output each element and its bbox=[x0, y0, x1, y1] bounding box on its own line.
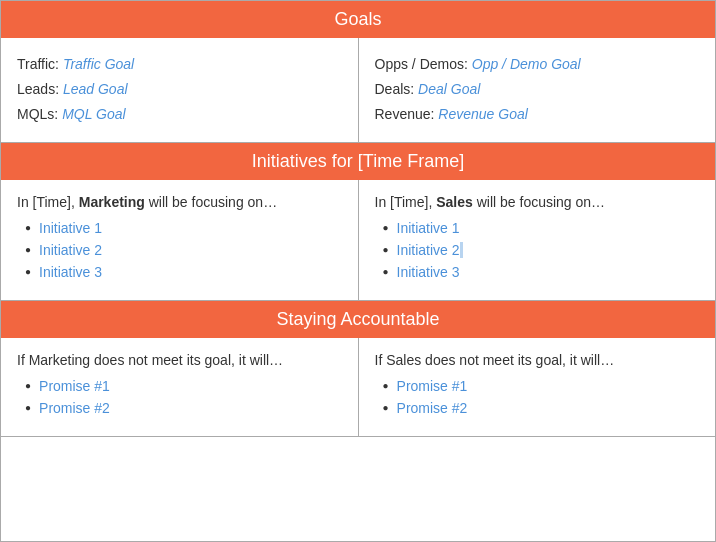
deals-value: Deal Goal bbox=[418, 81, 480, 97]
traffic-label: Traffic: bbox=[17, 56, 63, 72]
accountable-row: If Marketing does not meet its goal, it … bbox=[1, 338, 715, 436]
traffic-value: Traffic Goal bbox=[63, 56, 134, 72]
promise-left-list: Promise #1 Promise #2 bbox=[17, 378, 342, 416]
accountable-left-col: If Marketing does not meet its goal, it … bbox=[1, 338, 359, 436]
promise-right-list: Promise #1 Promise #2 bbox=[375, 378, 700, 416]
goal-item-deals: Deals: Deal Goal bbox=[375, 77, 700, 102]
list-item: Initiative 2 bbox=[383, 242, 700, 258]
accountable-header: Staying Accountable bbox=[1, 301, 715, 338]
accountable-right-intro: If Sales does not meet its goal, it will… bbox=[375, 352, 700, 368]
accountable-right-col: If Sales does not meet its goal, it will… bbox=[359, 338, 716, 436]
goal-item-traffic: Traffic: Traffic Goal bbox=[17, 52, 342, 77]
cursor-selection bbox=[460, 242, 464, 258]
marketing-acct-highlight: Marketing bbox=[29, 352, 90, 368]
goals-left-content: Traffic: Traffic Goal Leads: Lead Goal M… bbox=[17, 52, 342, 128]
initiatives-left-col: In [Time], Marketing will be focusing on… bbox=[1, 180, 359, 300]
leads-label: Leads: bbox=[17, 81, 63, 97]
revenue-label: Revenue: bbox=[375, 106, 439, 122]
sales-initiative-item-2: Initiative 2 bbox=[397, 242, 460, 258]
initiatives-header: Initiatives for [Time Frame] bbox=[1, 143, 715, 180]
promise-left-1: Promise #1 bbox=[39, 378, 110, 394]
initiatives-title: Initiatives for [Time Frame] bbox=[252, 151, 464, 171]
initiative-item-3: Initiative 3 bbox=[39, 264, 102, 280]
list-item: Initiative 3 bbox=[383, 264, 700, 280]
main-container: Goals Traffic: Traffic Goal Leads: Lead … bbox=[0, 0, 716, 542]
mqls-label: MQLs: bbox=[17, 106, 62, 122]
initiative-item-2: Initiative 2 bbox=[39, 242, 102, 258]
list-item: Initiative 1 bbox=[25, 220, 342, 236]
goals-section: Goals Traffic: Traffic Goal Leads: Lead … bbox=[1, 1, 715, 143]
initiatives-right-intro: In [Time], Sales will be focusing on… bbox=[375, 194, 700, 210]
promise-right-1: Promise #1 bbox=[397, 378, 468, 394]
goal-item-mqls: MQLs: MQL Goal bbox=[17, 102, 342, 127]
list-item: Promise #1 bbox=[383, 378, 700, 394]
goals-left-col: Traffic: Traffic Goal Leads: Lead Goal M… bbox=[1, 38, 359, 142]
list-item: Initiative 2 bbox=[25, 242, 342, 258]
goal-item-opps: Opps / Demos: Opp / Demo Goal bbox=[375, 52, 700, 77]
promise-left-2: Promise #2 bbox=[39, 400, 110, 416]
sales-highlight: Sales bbox=[436, 194, 473, 210]
accountable-section: Staying Accountable If Marketing does no… bbox=[1, 301, 715, 437]
initiatives-left-list: Initiative 1 Initiative 2 Initiative 3 bbox=[17, 220, 342, 280]
promise-right-2: Promise #2 bbox=[397, 400, 468, 416]
opps-label: Opps / Demos: bbox=[375, 56, 472, 72]
initiative-item-1: Initiative 1 bbox=[39, 220, 102, 236]
initiatives-row: In [Time], Marketing will be focusing on… bbox=[1, 180, 715, 300]
marketing-highlight: Marketing bbox=[79, 194, 145, 210]
accountable-left-intro: If Marketing does not meet its goal, it … bbox=[17, 352, 342, 368]
initiatives-left-intro: In [Time], Marketing will be focusing on… bbox=[17, 194, 342, 210]
leads-value: Lead Goal bbox=[63, 81, 128, 97]
goals-right-col: Opps / Demos: Opp / Demo Goal Deals: Dea… bbox=[359, 38, 716, 142]
goals-title: Goals bbox=[334, 9, 381, 29]
opps-value: Opp / Demo Goal bbox=[472, 56, 581, 72]
list-item: Initiative 3 bbox=[25, 264, 342, 280]
list-item: Promise #1 bbox=[25, 378, 342, 394]
initiatives-right-col: In [Time], Sales will be focusing on… In… bbox=[359, 180, 716, 300]
list-item: Promise #2 bbox=[383, 400, 700, 416]
sales-initiative-item-1: Initiative 1 bbox=[397, 220, 460, 236]
goals-right-content: Opps / Demos: Opp / Demo Goal Deals: Dea… bbox=[375, 52, 700, 128]
goals-row: Traffic: Traffic Goal Leads: Lead Goal M… bbox=[1, 38, 715, 142]
accountable-title: Staying Accountable bbox=[276, 309, 439, 329]
list-item: Initiative 1 bbox=[383, 220, 700, 236]
sales-acct-highlight: Sales bbox=[386, 352, 421, 368]
list-item: Promise #2 bbox=[25, 400, 342, 416]
initiatives-section: Initiatives for [Time Frame] In [Time], … bbox=[1, 143, 715, 301]
goal-item-revenue: Revenue: Revenue Goal bbox=[375, 102, 700, 127]
initiatives-right-list: Initiative 1 Initiative 2 Initiative 3 bbox=[375, 220, 700, 280]
goal-item-leads: Leads: Lead Goal bbox=[17, 77, 342, 102]
deals-label: Deals: bbox=[375, 81, 419, 97]
sales-initiative-item-3: Initiative 3 bbox=[397, 264, 460, 280]
revenue-value: Revenue Goal bbox=[438, 106, 528, 122]
mqls-value: MQL Goal bbox=[62, 106, 126, 122]
goals-header: Goals bbox=[1, 1, 715, 38]
